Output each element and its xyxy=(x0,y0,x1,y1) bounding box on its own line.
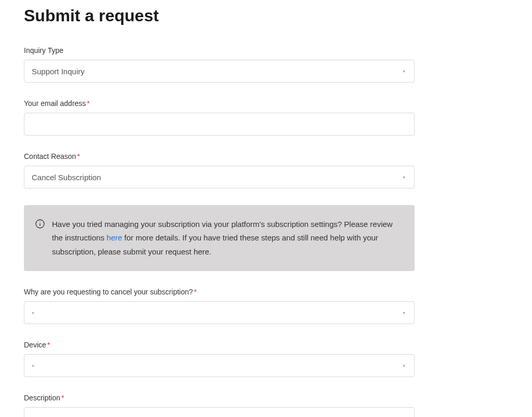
device-value: - xyxy=(32,361,34,370)
chevron-down-icon: ▼ xyxy=(402,176,406,179)
inquiry-type-value: Support Inquiry xyxy=(32,67,85,76)
cancel-reason-value: - xyxy=(32,308,34,317)
description-input[interactable] xyxy=(24,407,415,417)
required-mark: * xyxy=(77,152,79,160)
info-box: Have you tried managing your subscriptio… xyxy=(24,205,415,271)
info-link-here[interactable]: here xyxy=(107,233,122,242)
required-mark: * xyxy=(87,99,89,107)
info-icon xyxy=(35,219,45,228)
field-cancel-reason: Why are you requesting to cancel your su… xyxy=(24,288,415,324)
required-mark: * xyxy=(47,341,50,349)
required-mark: * xyxy=(194,288,196,296)
device-label: Device* xyxy=(24,341,415,349)
cancel-reason-select[interactable]: - ▼ xyxy=(24,301,415,324)
field-inquiry-type: Inquiry Type Support Inquiry ▼ xyxy=(24,46,415,83)
required-mark: * xyxy=(61,394,64,402)
contact-reason-value: Cancel Subscription xyxy=(32,173,101,182)
info-text: Have you tried managing your subscriptio… xyxy=(52,218,402,259)
description-label: Description* xyxy=(24,394,415,402)
contact-reason-select[interactable]: Cancel Subscription ▼ xyxy=(24,166,415,189)
svg-point-2 xyxy=(39,221,40,222)
device-select[interactable]: - ▼ xyxy=(24,354,415,377)
field-device: Device* - ▼ xyxy=(24,341,415,377)
email-input[interactable] xyxy=(24,113,415,136)
inquiry-type-select[interactable]: Support Inquiry ▼ xyxy=(24,60,415,83)
chevron-down-icon: ▼ xyxy=(402,70,406,73)
chevron-down-icon: ▼ xyxy=(402,364,406,367)
cancel-reason-label: Why are you requesting to cancel your su… xyxy=(24,288,415,296)
chevron-down-icon: ▼ xyxy=(402,311,406,314)
contact-reason-label: Contact Reason* xyxy=(24,152,415,160)
email-label: Your email address* xyxy=(24,99,415,107)
field-contact-reason: Contact Reason* Cancel Subscription ▼ xyxy=(24,152,415,189)
field-description: Description* xyxy=(24,394,415,417)
inquiry-type-label: Inquiry Type xyxy=(24,46,415,55)
page-title: Submit a request xyxy=(24,6,415,25)
field-email: Your email address* xyxy=(24,99,415,136)
